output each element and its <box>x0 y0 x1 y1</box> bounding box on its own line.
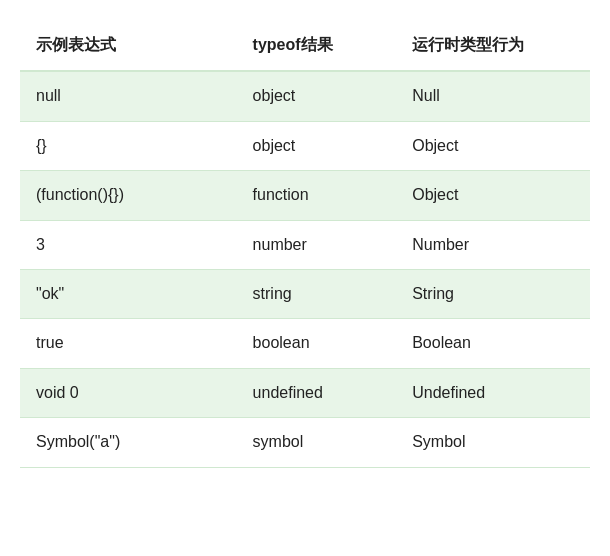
cell-runtime: Undefined <box>396 368 590 417</box>
cell-expr: (function(){}) <box>20 171 237 220</box>
table-row: Symbol("a")symbolSymbol <box>20 418 590 467</box>
cell-typeof: function <box>237 171 397 220</box>
table-row: nullobjectNull <box>20 71 590 121</box>
cell-runtime: String <box>396 269 590 318</box>
cell-typeof: boolean <box>237 319 397 368</box>
cell-typeof: number <box>237 220 397 269</box>
cell-runtime: Symbol <box>396 418 590 467</box>
cell-expr: {} <box>20 121 237 170</box>
cell-expr: 3 <box>20 220 237 269</box>
table-row: "ok"stringString <box>20 269 590 318</box>
table-header-row: 示例表达式 typeof结果 运行时类型行为 <box>20 20 590 71</box>
cell-runtime: Number <box>396 220 590 269</box>
table-row: (function(){})functionObject <box>20 171 590 220</box>
cell-typeof: undefined <box>237 368 397 417</box>
typeof-table: 示例表达式 typeof结果 运行时类型行为 nullobjectNull{}o… <box>20 20 590 468</box>
cell-runtime: Null <box>396 71 590 121</box>
cell-typeof: string <box>237 269 397 318</box>
cell-typeof: object <box>237 121 397 170</box>
cell-runtime: Object <box>396 121 590 170</box>
cell-expr: null <box>20 71 237 121</box>
cell-expr: "ok" <box>20 269 237 318</box>
header-expr: 示例表达式 <box>20 20 237 71</box>
header-runtime: 运行时类型行为 <box>396 20 590 71</box>
table-container: 示例表达式 typeof结果 运行时类型行为 nullobjectNull{}o… <box>20 20 590 468</box>
cell-typeof: symbol <box>237 418 397 467</box>
cell-runtime: Object <box>396 171 590 220</box>
table-row: 3numberNumber <box>20 220 590 269</box>
cell-runtime: Boolean <box>396 319 590 368</box>
cell-expr: void 0 <box>20 368 237 417</box>
table-row: {}objectObject <box>20 121 590 170</box>
table-row: void 0undefinedUndefined <box>20 368 590 417</box>
table-row: truebooleanBoolean <box>20 319 590 368</box>
cell-expr: Symbol("a") <box>20 418 237 467</box>
cell-expr: true <box>20 319 237 368</box>
header-typeof: typeof结果 <box>237 20 397 71</box>
cell-typeof: object <box>237 71 397 121</box>
